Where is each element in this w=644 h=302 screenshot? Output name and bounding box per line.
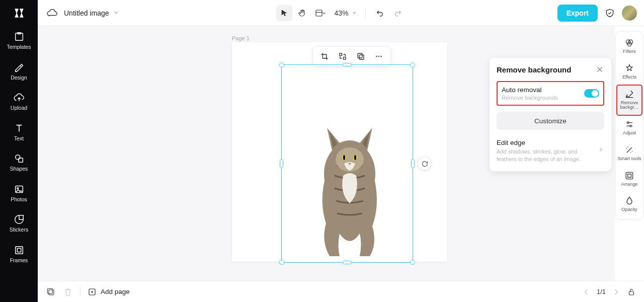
right-tool-arrange[interactable]: Arrange [617, 167, 642, 192]
sidebar-item-frames[interactable]: Frames [0, 240, 38, 270]
right-tool-effects[interactable]: Effects [617, 59, 642, 85]
sidebar-item-label: Stickers [10, 227, 28, 233]
right-tool-smart-tools[interactable]: Smart tools [617, 141, 642, 167]
chevron-down-icon [113, 9, 119, 18]
resize-handle-tm[interactable] [343, 63, 352, 66]
sidebar-item-shapes[interactable]: Shapes [0, 148, 38, 179]
app-logo[interactable] [0, 0, 38, 26]
selection-box[interactable] [281, 64, 413, 263]
duplicate-page-button[interactable] [46, 287, 56, 297]
more-button[interactable] [370, 48, 387, 65]
sidebar-item-stickers[interactable]: Stickers [0, 209, 38, 240]
opacity-icon [624, 196, 634, 206]
select-tool[interactable] [276, 5, 292, 21]
right-tool-filters[interactable]: Filters [617, 34, 642, 59]
templates-icon [14, 31, 25, 42]
svg-point-5 [17, 187, 18, 189]
copy-button[interactable] [352, 48, 369, 65]
auto-removal-row: Auto removal Remove backgrounds [497, 81, 604, 106]
svg-rect-29 [47, 288, 52, 293]
add-page-button[interactable]: Add page [88, 287, 130, 296]
chevron-down-icon [352, 10, 357, 16]
add-page-icon [88, 287, 97, 296]
right-tool-remove-background[interactable]: Remove backgr… [617, 85, 642, 116]
sidebar-item-templates[interactable]: Templates [0, 26, 38, 57]
svg-rect-27 [628, 174, 631, 177]
svg-point-24 [627, 122, 629, 123]
delete-page-button [63, 287, 73, 297]
sidebar-item-label: Shapes [10, 166, 28, 172]
svg-rect-10 [344, 57, 346, 60]
svg-point-25 [630, 125, 631, 127]
canvas-area[interactable]: Page 1 [38, 26, 644, 281]
next-page-button[interactable] [612, 287, 621, 296]
resize-handle-lm[interactable] [280, 159, 283, 168]
resize-tool[interactable] [312, 5, 328, 21]
hand-tool[interactable] [294, 5, 310, 21]
resize-handle-tr[interactable] [410, 62, 415, 67]
resize-handle-bm[interactable] [343, 261, 352, 264]
upload-icon [14, 92, 25, 103]
sidebar-item-label: Frames [10, 258, 28, 263]
export-button[interactable]: Export [557, 5, 598, 22]
magic-wand-icon [624, 145, 634, 155]
effects-icon [624, 63, 634, 73]
svg-rect-31 [629, 291, 634, 295]
sidebar-item-label: Photos [11, 197, 27, 202]
swap-image-button[interactable] [334, 48, 351, 65]
customize-button[interactable]: Customize [497, 112, 604, 130]
crop-button[interactable] [316, 48, 333, 65]
sidebar-item-upload[interactable]: Upload [0, 87, 38, 118]
lock-button[interactable] [627, 287, 636, 296]
svg-rect-11 [359, 55, 364, 59]
right-tool-adjust[interactable]: Adjust [617, 115, 642, 141]
shield-icon[interactable] [605, 8, 615, 18]
add-page-label: Add page [101, 288, 130, 295]
cloud-sync-icon[interactable] [47, 8, 58, 19]
sidebar-item-text[interactable]: Text [0, 118, 38, 148]
bottom-bar: Add page 1/1 [38, 281, 644, 302]
redo-button[interactable] [390, 5, 406, 21]
selected-image[interactable] [312, 120, 387, 261]
document-title: Untitled image [64, 9, 109, 17]
svg-rect-26 [626, 172, 632, 179]
filters-icon [624, 38, 634, 48]
edit-edge-row[interactable]: Edit edge Add shadows, strokes, glow, an… [497, 139, 604, 163]
document-title-dropdown[interactable]: Untitled image [64, 9, 119, 18]
left-sidebar: Templates Design Upload Text Shapes Phot… [0, 0, 38, 302]
resize-handle-tl[interactable] [279, 62, 284, 67]
svg-rect-9 [340, 53, 342, 56]
undo-button[interactable] [372, 5, 388, 21]
page-label: Page 1 [232, 35, 250, 41]
close-panel-button[interactable] [595, 65, 604, 74]
adjust-icon [624, 119, 634, 129]
resize-handle-rm[interactable] [411, 159, 415, 168]
right-tool-label: Opacity [621, 207, 637, 212]
divider [365, 8, 366, 19]
design-icon [14, 62, 25, 73]
svg-rect-7 [17, 248, 21, 252]
prev-page-button[interactable] [582, 287, 591, 296]
svg-point-2 [15, 155, 20, 160]
text-icon [14, 123, 25, 134]
sidebar-item-photos[interactable]: Photos [0, 179, 38, 209]
stickers-icon [14, 214, 25, 225]
rotate-button[interactable] [418, 157, 432, 171]
auto-removal-toggle[interactable] [584, 89, 599, 98]
right-tool-label: Remove backgr… [617, 101, 641, 111]
user-avatar[interactable] [622, 6, 637, 21]
edit-edge-title: Edit edge [497, 139, 597, 146]
photos-icon [14, 184, 25, 195]
right-tool-label: Effects [622, 75, 636, 80]
arrange-icon [624, 171, 634, 181]
svg-rect-12 [358, 53, 362, 58]
zoom-dropdown[interactable]: 43% [334, 9, 357, 17]
svg-point-13 [376, 56, 377, 57]
resize-handle-br[interactable] [410, 260, 415, 265]
resize-handle-bl[interactable] [279, 260, 284, 265]
sidebar-item-design[interactable]: Design [0, 57, 38, 88]
right-tool-opacity[interactable]: Opacity [617, 192, 642, 217]
auto-removal-subtitle: Remove backgrounds [502, 95, 558, 101]
top-right-controls: Export [557, 5, 637, 22]
auto-removal-title: Auto removal [502, 86, 558, 94]
